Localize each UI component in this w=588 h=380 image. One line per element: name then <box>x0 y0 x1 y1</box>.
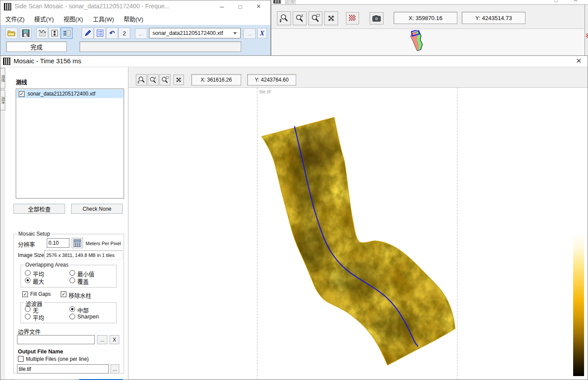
coverage-overview-shape <box>407 30 429 52</box>
annotate-button[interactable] <box>82 27 93 39</box>
radio-overlap-average[interactable] <box>25 270 31 276</box>
mosaic-map-svg: tile.tif <box>128 88 588 379</box>
save-floppy-icon <box>22 29 30 37</box>
boundary-clear-button[interactable]: X <box>110 335 119 344</box>
radio-overlap-min[interactable] <box>69 270 75 276</box>
file-list-button[interactable] <box>94 27 106 39</box>
side-tab-lines[interactable]: 测线 <box>0 68 5 89</box>
zoom-vertical-icon <box>137 76 145 84</box>
image-size-label: Image Size <box>18 252 44 258</box>
next-file-button[interactable]: → <box>243 28 256 39</box>
check-none-button[interactable]: Check None <box>71 204 123 214</box>
menu-item-mode[interactable]: 模式(Y) <box>29 12 59 25</box>
multiple-files-checkbox[interactable]: ✓ <box>18 356 24 362</box>
boundary-file-input[interactable] <box>17 335 95 344</box>
undo-button[interactable]: ↶ <box>106 27 118 39</box>
back-arrow-icon: ← <box>138 30 145 38</box>
fill-gaps-label: Fill Gaps <box>30 291 51 297</box>
nav-x-coordinate: X: 359870.16 <box>394 12 457 24</box>
nav-y-coordinate: Y: 4243514.73 <box>462 12 526 24</box>
multiple-files-label: Multiple Files (one per line) <box>26 356 89 362</box>
nav-window-title: 视图 <box>284 0 296 5</box>
nav-zoom-vertical-button[interactable] <box>277 11 291 25</box>
waterfall-view-button[interactable] <box>36 27 48 39</box>
remove-water-checkbox[interactable]: ✓ <box>61 291 66 297</box>
zoom-window-icon <box>161 76 169 84</box>
boundary-browse-label: ... <box>100 337 104 343</box>
main-window: Side Scan Mosaic - sonar_data21120517240… <box>0 0 271 55</box>
map-zoom-window-button[interactable] <box>159 74 170 86</box>
open-file-button[interactable] <box>6 27 17 39</box>
boundary-browse-button[interactable]: ... <box>97 335 107 344</box>
radio-filter-none[interactable] <box>25 306 31 312</box>
nav-overview-area[interactable] <box>271 29 588 55</box>
status-done-box: 完成 <box>6 41 67 52</box>
nav-snapshot-button[interactable] <box>370 12 384 24</box>
nav-maximize-button[interactable]: □ <box>554 0 558 3</box>
expand-arrows-icon <box>326 14 336 23</box>
minimize-button[interactable]: ─ <box>213 0 231 13</box>
menu-item-file[interactable]: 文件(Z) <box>0 12 29 25</box>
output-file-input[interactable] <box>17 364 109 373</box>
waveform-icon <box>38 29 47 37</box>
previous-file-button[interactable]: ← <box>135 28 147 39</box>
resolution-unit-label: Meters Per Pixel <box>86 241 121 246</box>
map-zoom-vertical-button[interactable] <box>136 74 147 86</box>
save-button[interactable] <box>20 27 31 39</box>
radio-overlap-max[interactable] <box>25 277 31 283</box>
nav-close-button[interactable]: × <box>574 0 578 4</box>
nav-titlebar: 视图 □ × <box>271 0 588 5</box>
background-window-sliver: 名 <box>585 5 588 55</box>
file-selector-dropdown[interactable]: sonar_data211205172400.xtf <box>149 28 241 38</box>
resolution-input[interactable] <box>47 238 69 248</box>
radio-overlap-cover-label: 覆盖 <box>77 277 89 285</box>
map-canvas[interactable]: tile.tif <box>128 88 588 379</box>
nav-zoom-extents-button[interactable] <box>324 11 338 25</box>
survey-line-list[interactable]: ✓ sonar_data211205172400.xtf <box>16 89 124 199</box>
maximize-button[interactable]: □ <box>231 0 249 13</box>
side-tab-depth-label: 测深 <box>0 97 5 104</box>
output-browse-button[interactable]: ... <box>111 364 119 373</box>
map-zoom-inout-button[interactable]: ± <box>148 74 159 86</box>
radio-overlap-max-label: 最大 <box>33 277 44 285</box>
image-size-value-box: 2576 x 3811, 149.8 MB in 1 tiles <box>44 250 123 260</box>
forward-arrow-icon: → <box>246 30 253 38</box>
check-all-label: 全部检查 <box>28 205 51 213</box>
line-item-checkbox[interactable]: ✓ <box>19 91 24 97</box>
map-x-coordinate: X: 361616.26 <box>191 74 241 86</box>
map-zoom-extents-button[interactable] <box>173 75 184 85</box>
nav-zoom-window-button[interactable] <box>308 11 322 25</box>
merge-into-tile-icon <box>62 29 71 37</box>
menu-item-view[interactable]: 视图(X) <box>59 12 88 25</box>
radio-filter-average-label: 平均 <box>33 313 44 322</box>
check-all-button[interactable]: 全部检查 <box>14 204 65 214</box>
boundary-file-label: 边界文件 <box>18 327 41 335</box>
fill-gaps-checkbox[interactable]: ✓ <box>22 291 28 297</box>
radio-filter-sharpen[interactable] <box>69 314 75 319</box>
nav-zoom-inout-button[interactable]: ± <box>293 11 307 25</box>
mosaic-setup-legend: Mosaic Setup <box>17 231 52 237</box>
list-item[interactable]: ✓ sonar_data211205172400.xtf <box>17 89 123 98</box>
close-button[interactable]: × <box>249 0 268 13</box>
radio-filter-median[interactable] <box>69 306 75 312</box>
status-done-text: 完成 <box>31 42 43 51</box>
clear-track-button[interactable]: X <box>257 28 267 38</box>
main-titlebar: Side Scan Mosaic - sonar_data21120517240… <box>0 0 270 13</box>
nav-grid-button[interactable] <box>346 12 359 24</box>
calculator-button[interactable] <box>72 238 83 248</box>
vertical-scale-button[interactable] <box>48 27 60 39</box>
menu-item-help[interactable]: 帮助(V) <box>119 12 148 25</box>
output-browse-label: ... <box>113 366 117 372</box>
output-file-name-label: Output File Name <box>18 349 63 355</box>
radio-filter-average[interactable] <box>25 314 31 319</box>
lines-section-label: 测线 <box>16 78 27 86</box>
radio-overlap-cover[interactable] <box>69 277 75 283</box>
side-tab-depth[interactable]: 测深 <box>0 90 5 110</box>
mosaic-close-button[interactable]: × <box>576 55 581 66</box>
mosaic-settings-panel: 测线 ✓ sonar_data211205172400.xtf 全部检查 Che… <box>5 67 128 380</box>
mosaic-titlebar: Mosaic - Time 3156 ms × <box>0 56 588 67</box>
count-button[interactable]: 2 <box>118 27 130 39</box>
svg-text:±: ± <box>154 76 156 79</box>
menu-item-tools[interactable]: 工具(W) <box>88 12 119 25</box>
mosaic-mode-button[interactable] <box>61 27 73 39</box>
